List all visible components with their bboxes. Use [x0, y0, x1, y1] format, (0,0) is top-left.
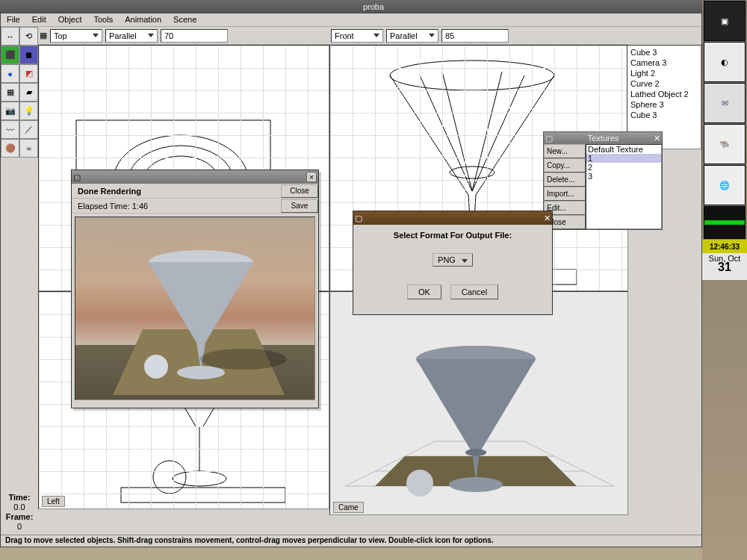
- scene-item[interactable]: Lathed Object 2: [629, 89, 699, 99]
- tool-lathe[interactable]: 🟤: [1, 139, 19, 158]
- dock-calendar[interactable]: Sun, Oct 31: [702, 253, 747, 280]
- tool-sphere[interactable]: ●: [1, 64, 19, 83]
- tool-curve[interactable]: 〰: [1, 120, 19, 139]
- svg-point-27: [449, 477, 503, 492]
- textures-panel: ▢ Textures ✕ New... Copy... Delete... Im…: [543, 131, 663, 230]
- tool-tube[interactable]: ≈: [19, 139, 38, 158]
- close-icon[interactable]: ✕: [654, 134, 660, 143]
- dock-terminal-icon[interactable]: ▣: [704, 1, 746, 41]
- tool-scale[interactable]: ⬛: [1, 46, 19, 64]
- scene-item[interactable]: Camera 3: [629, 57, 699, 68]
- window-titlebar: proba ×: [0, 0, 747, 13]
- texture-list[interactable]: Default Texture 1 2 3: [586, 144, 662, 229]
- window-title: proba: [363, 2, 384, 11]
- render-preview-camera: [330, 292, 628, 515]
- dock-step-icon[interactable]: ◐: [704, 42, 746, 82]
- close-icon[interactable]: ×: [306, 172, 317, 182]
- render-elapsed-time: Elapsed Time: 1:46: [72, 202, 281, 211]
- format-dialog-titlebar[interactable]: ▢ ✕: [353, 211, 552, 225]
- menu-bar: File Edit Object Tools Animation Scene: [1, 13, 701, 27]
- texture-item[interactable]: 2: [586, 163, 661, 172]
- render-dialog-titlebar[interactable]: ▢ ×: [72, 170, 318, 184]
- texture-new-button[interactable]: New...: [544, 144, 586, 158]
- dock-globe-icon[interactable]: 🌐: [704, 165, 746, 205]
- svg-point-28: [406, 470, 433, 497]
- view-zoom-input-top[interactable]: [161, 29, 228, 43]
- dock-mail-icon[interactable]: ✉: [704, 83, 746, 123]
- view-projection-select-front[interactable]: Parallel: [386, 29, 438, 43]
- scene-item[interactable]: Curve 2: [629, 78, 699, 89]
- menu-scene[interactable]: Scene: [167, 13, 202, 26]
- scene-item[interactable]: Light 2: [629, 68, 699, 78]
- texture-delete-button[interactable]: Delete...: [544, 172, 586, 187]
- viewport-camera[interactable]: Came: [329, 291, 628, 515]
- tool-poly[interactable]: ▰: [19, 83, 38, 102]
- menu-file[interactable]: File: [1, 13, 26, 26]
- time-frame-readout: Time:0.0 Frame:0: [2, 493, 37, 532]
- render-status: Done Rendering: [72, 187, 281, 196]
- texture-copy-button[interactable]: Copy...: [544, 158, 586, 172]
- scene-item[interactable]: Sphere 3: [629, 99, 699, 110]
- svg-point-33: [200, 349, 287, 370]
- viewport-label-left: Left: [42, 496, 65, 507]
- view-name-select-top[interactable]: Top: [50, 29, 102, 43]
- format-select[interactable]: PNG: [433, 253, 473, 267]
- svg-point-26: [465, 449, 486, 456]
- tool-cube[interactable]: ◼: [19, 46, 38, 64]
- menu-edit[interactable]: Edit: [26, 13, 52, 26]
- view-toolbar-front: Front Parallel: [329, 27, 628, 45]
- render-dialog: ▢ × Done Rendering Close Elapsed Time: 1…: [71, 169, 319, 408]
- status-bar: Drag to move selected objects. Shift-dra…: [1, 535, 701, 547]
- render-save-button[interactable]: Save: [281, 199, 318, 213]
- dock-meter-icon[interactable]: [704, 206, 746, 239]
- dock-gnu-icon[interactable]: 🐃: [704, 124, 746, 164]
- chevron-down-icon: [459, 255, 468, 264]
- menu-animation[interactable]: Animation: [119, 13, 167, 26]
- svg-point-31: [177, 366, 225, 379]
- texture-item[interactable]: Default Texture: [586, 145, 661, 154]
- format-ok-button[interactable]: OK: [407, 284, 441, 299]
- render-output-image: [75, 217, 315, 400]
- scene-item[interactable]: Cube 3: [629, 47, 699, 57]
- minimize-icon[interactable]: ▢: [73, 172, 81, 182]
- tool-camera[interactable]: 📷: [1, 102, 19, 120]
- render-close-button[interactable]: Close: [281, 184, 318, 198]
- menu-tools[interactable]: Tools: [88, 13, 120, 26]
- menu-object[interactable]: Object: [52, 13, 88, 26]
- tool-rotate[interactable]: ⟲: [19, 27, 38, 46]
- tool-move[interactable]: ↔: [1, 27, 19, 46]
- format-dialog: ▢ ✕ Select Format For Output File: PNG O…: [353, 211, 553, 315]
- textures-panel-titlebar[interactable]: ▢ Textures ✕: [544, 132, 662, 144]
- minimize-icon[interactable]: ▢: [545, 134, 553, 143]
- tool-light[interactable]: 💡: [19, 102, 38, 120]
- minimize-icon[interactable]: ▢: [355, 214, 362, 223]
- tool-cylinder[interactable]: ◩: [19, 64, 38, 83]
- view-toolbar-top: ▦ Top Parallel: [38, 27, 329, 45]
- close-icon[interactable]: ✕: [544, 214, 551, 223]
- desktop-dock: ▣ ◐ ✉ 🐃 🌐 12:46:33 Sun, Oct 31: [702, 0, 747, 560]
- dock-clock: 12:46:33: [702, 240, 747, 253]
- tool-palette: ↔⟲ ⬛◼ ●◩ ▦▰ 📷💡 〰／ 🟤≈: [1, 27, 38, 169]
- texture-item[interactable]: 1: [586, 154, 661, 163]
- texture-item[interactable]: 3: [586, 172, 661, 181]
- format-cancel-button[interactable]: Cancel: [450, 284, 498, 299]
- view-zoom-input-front[interactable]: [441, 29, 509, 43]
- texture-import-button[interactable]: Import...: [544, 187, 586, 201]
- tool-mesh[interactable]: ▦: [1, 83, 19, 102]
- scene-item[interactable]: Cube 3: [629, 110, 699, 120]
- tool-line[interactable]: ／: [19, 120, 38, 139]
- view-name-select-front[interactable]: Front: [331, 29, 383, 43]
- grid-icon[interactable]: ▦: [40, 31, 47, 40]
- textures-panel-title: Textures: [588, 134, 619, 143]
- view-projection-select-top[interactable]: Parallel: [105, 29, 158, 43]
- svg-point-32: [144, 355, 168, 379]
- format-dialog-label: Select Format For Output File:: [359, 231, 546, 240]
- viewport-label-camera: Came: [333, 502, 364, 513]
